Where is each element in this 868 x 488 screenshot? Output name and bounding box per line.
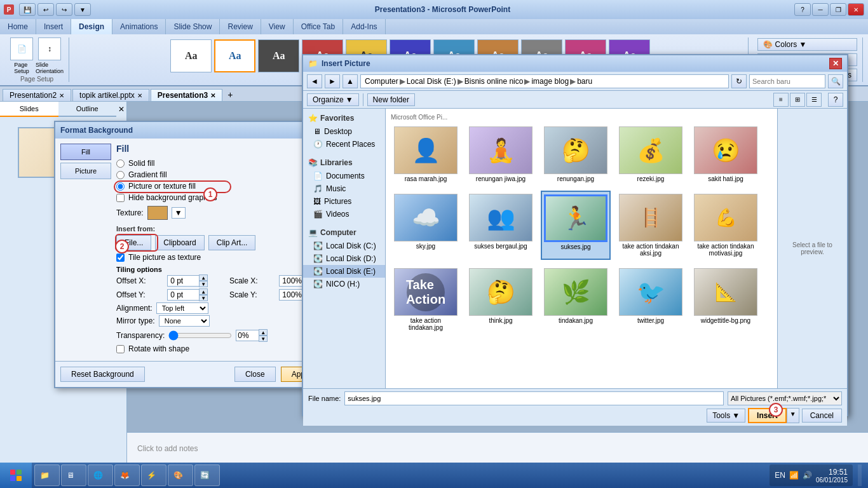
new-doc-btn[interactable]: +	[224, 88, 236, 101]
insert-pic-close-btn[interactable]: ✕	[829, 58, 842, 69]
theme-office-btn[interactable]: Aa	[214, 39, 255, 72]
file-item-twitter[interactable]: 🐦 twitter.jpg	[616, 265, 686, 334]
taskbar-app-power[interactable]: ⚡	[141, 464, 166, 486]
theme-default-btn[interactable]: Aa	[170, 39, 212, 72]
file-item-renungan[interactable]: 🤔 renungan.jpg	[541, 123, 611, 186]
file-item-take-action-tindakan[interactable]: Take Action take action tindakan.jpg	[391, 265, 461, 334]
file-item-sky[interactable]: ☁️ sky.jpg	[391, 191, 461, 260]
offset-x-input[interactable]	[167, 275, 199, 287]
cancel-btn[interactable]: Cancel	[802, 409, 842, 423]
tab-slideshow[interactable]: Slide Show	[166, 19, 220, 34]
view-icons-btn[interactable]: ⊞	[790, 93, 805, 107]
transparency-input[interactable]	[236, 330, 259, 341]
help-btn[interactable]: ?	[794, 3, 811, 16]
view-list-btn[interactable]: ≡	[773, 93, 789, 107]
view-details-btn[interactable]: ☰	[806, 93, 822, 107]
clipart-btn[interactable]: Clip Art...	[208, 235, 256, 250]
clipboard-btn[interactable]: Clipboard	[155, 235, 204, 250]
theme-dark-btn[interactable]: Aa	[258, 39, 299, 72]
tab-view[interactable]: View	[261, 19, 294, 34]
texture-dropdown-btn[interactable]: ▼	[172, 207, 186, 219]
tab-officetab[interactable]: Office Tab	[294, 19, 344, 34]
slide-orientation-btn[interactable]: ↕ SlideOrientation	[36, 37, 64, 74]
page-setup-btn[interactable]: 📄 PageSetup	[10, 37, 33, 74]
nav-up-btn[interactable]: ▲	[342, 74, 358, 88]
nav-desktop[interactable]: 🖥 Desktop	[303, 125, 385, 138]
offset-y-up[interactable]: ▲	[199, 288, 208, 295]
nav-documents[interactable]: 📄 Documents	[303, 170, 385, 182]
tab-addins[interactable]: Add-Ins	[343, 19, 385, 34]
tab-slides[interactable]: Slides	[0, 102, 58, 117]
address-bar[interactable]: Computer ▶ Local Disk (E:) ▶ Bisnis onli…	[360, 74, 729, 88]
nav-local-c[interactable]: 💽 Local Disk (C:)	[303, 240, 385, 252]
taskbar-app-photoshop[interactable]: 🎨	[168, 464, 193, 486]
organize-btn[interactable]: Organize ▼	[307, 93, 359, 106]
notes-area[interactable]: Click to add notes	[127, 432, 868, 464]
taskbar-app-desktop[interactable]: 🖥	[61, 464, 86, 486]
tab-home[interactable]: Home	[0, 19, 36, 34]
file-item-rezeki[interactable]: 💰 rezeki.jpg	[616, 123, 686, 186]
gradient-fill-radio[interactable]	[116, 171, 125, 179]
reset-background-btn[interactable]: Reset Background	[60, 367, 145, 382]
doc-tab-topik[interactable]: topik artikel.pptx ✕	[72, 89, 149, 101]
file-item-rasa-marah[interactable]: 👤 rasa marah.jpg	[391, 123, 461, 186]
file-name-input[interactable]	[344, 391, 724, 405]
nav-music[interactable]: 🎵 Music	[303, 182, 385, 195]
file-item-sakit-hati[interactable]: 😢 sakit hati.jpg	[691, 123, 761, 186]
save-quick-btn[interactable]: 💾	[19, 3, 36, 16]
nav-refresh-btn[interactable]: ↻	[731, 74, 747, 88]
transparency-up[interactable]: ▲	[259, 329, 268, 336]
fill-tab-btn[interactable]: Fill	[60, 144, 111, 160]
nav-local-e[interactable]: 💽 Local Disk (E:)	[303, 265, 385, 278]
taskbar-app-sync[interactable]: 🔄	[194, 464, 220, 486]
file-item-widgettitle[interactable]: 📐 widgettitle-bg.png	[691, 265, 761, 334]
minimize-btn[interactable]: ─	[812, 3, 829, 16]
show-desktop-btn[interactable]	[858, 464, 862, 486]
nav-videos[interactable]: 🎬 Videos	[303, 208, 385, 220]
start-button[interactable]	[0, 463, 32, 488]
slides-panel-close[interactable]: ✕	[116, 102, 126, 117]
help-file-btn[interactable]: ?	[828, 93, 843, 107]
tools-btn[interactable]: Tools ▼	[707, 409, 745, 423]
redo-quick-btn[interactable]: ↪	[56, 3, 72, 16]
taskbar-app-firefox[interactable]: 🦊	[114, 464, 140, 486]
customize-quick-btn[interactable]: ▼	[74, 3, 91, 16]
tab-animations[interactable]: Animations	[112, 19, 166, 34]
file-item-renungan-jiwa[interactable]: 🧘 renungan jiwa.jpg	[466, 123, 536, 186]
mirror-select[interactable]: None Both Horizontal Vertical	[159, 315, 210, 327]
nav-forward-btn[interactable]: ►	[325, 74, 340, 88]
rotate-checkbox[interactable]	[116, 345, 125, 353]
file-item-take-action-motivasi[interactable]: 💪 take action tindakan motivasi.jpg	[691, 191, 761, 260]
nav-pictures[interactable]: 🖼 Pictures	[303, 195, 385, 208]
offset-y-down[interactable]: ▼	[199, 295, 208, 301]
hide-bg-checkbox[interactable]	[116, 194, 125, 202]
file-item-sukses[interactable]: 🏃 sukses.jpg	[541, 191, 611, 260]
tab-outline[interactable]: Outline	[58, 102, 117, 117]
solid-fill-radio[interactable]	[116, 159, 125, 168]
tab-design[interactable]: Design	[71, 19, 112, 34]
search-input[interactable]	[749, 74, 825, 88]
nav-back-btn[interactable]: ◄	[307, 74, 322, 88]
file-item-take-action-aksi[interactable]: 🪜 take action tindakan aksi.jpg	[616, 191, 686, 260]
colors-dropdown-btn[interactable]: 🎨 Colors ▼	[757, 38, 857, 51]
doc-tab-topik-close[interactable]: ✕	[137, 92, 142, 99]
tile-checkbox[interactable]	[116, 254, 125, 262]
doc-tab-close[interactable]: ✕	[59, 92, 64, 99]
taskbar-app-explorer[interactable]: 📁	[34, 464, 60, 486]
new-folder-btn[interactable]: New folder	[367, 93, 415, 106]
doc-tab-presentation3[interactable]: Presentation3 ✕	[151, 89, 222, 101]
nav-local-d[interactable]: 💽 Local Disk (D:)	[303, 252, 385, 265]
search-btn[interactable]: 🔍	[828, 74, 843, 88]
restore-btn[interactable]: ❐	[830, 3, 846, 16]
offset-x-up[interactable]: ▲	[199, 274, 208, 281]
transparency-down[interactable]: ▼	[259, 336, 268, 342]
undo-quick-btn[interactable]: ↩	[37, 3, 54, 16]
file-type-select[interactable]: All Pictures (*.emf;*.wmf;*.jpg;*	[728, 391, 842, 405]
alignment-select[interactable]: Top left Top center Center	[156, 302, 208, 314]
offset-y-input[interactable]	[167, 289, 199, 301]
offset-x-down[interactable]: ▼	[199, 281, 208, 287]
nav-nico-h[interactable]: 💽 NICO (H:)	[303, 278, 385, 290]
picture-tab-btn[interactable]: Picture	[60, 163, 111, 179]
file-item-sukses-bergaul[interactable]: 👥 sukses bergaul.jpg	[466, 191, 536, 260]
transparency-slider[interactable]	[168, 330, 232, 341]
